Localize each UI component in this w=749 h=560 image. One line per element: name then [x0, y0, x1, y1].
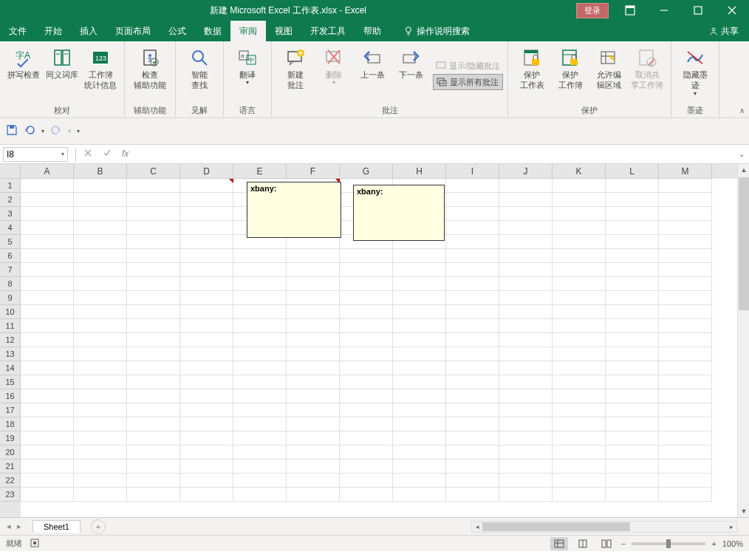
fx-icon[interactable]: fx	[122, 148, 129, 160]
cell[interactable]	[659, 277, 712, 291]
cell[interactable]	[659, 488, 712, 502]
tab-first-icon[interactable]: ◂	[4, 522, 13, 531]
cell[interactable]	[553, 319, 606, 333]
cell[interactable]	[499, 347, 553, 361]
show-hide-comment-button[interactable]: 显示/隐藏批注	[433, 58, 503, 74]
cell[interactable]	[74, 235, 127, 249]
cell[interactable]	[21, 249, 74, 263]
cell[interactable]	[553, 305, 606, 319]
macro-record-icon[interactable]	[30, 538, 40, 550]
cell[interactable]	[606, 193, 659, 207]
cell[interactable]	[659, 445, 712, 460]
hide-ink-button[interactable]: 隐藏墨 迹▾	[676, 43, 714, 105]
cell[interactable]	[233, 361, 287, 375]
cell[interactable]	[340, 263, 393, 277]
cell[interactable]	[127, 305, 180, 319]
cell[interactable]	[287, 333, 340, 347]
allow-edit-ranges-button[interactable]: 允许编 辑区域	[589, 43, 628, 105]
cell[interactable]	[180, 488, 233, 502]
cell[interactable]	[606, 291, 659, 305]
cell[interactable]	[233, 375, 287, 389]
row-header[interactable]: 20	[0, 445, 21, 460]
new-comment-button[interactable]: 新建 批注	[276, 43, 315, 105]
vertical-scrollbar[interactable]: ▲ ▼	[737, 164, 749, 517]
cell[interactable]	[553, 221, 606, 235]
cell[interactable]	[127, 193, 180, 207]
cell[interactable]	[287, 474, 340, 488]
column-header[interactable]: E	[233, 164, 287, 179]
cell[interactable]	[499, 221, 553, 235]
row-header[interactable]: 5	[0, 235, 21, 249]
select-all-corner[interactable]	[0, 164, 21, 179]
cell[interactable]	[553, 277, 606, 291]
cell[interactable]	[446, 249, 499, 263]
tab-data[interactable]: 数据	[195, 21, 230, 41]
close-icon[interactable]	[715, 0, 749, 21]
cell[interactable]	[606, 319, 659, 333]
cell[interactable]	[606, 221, 659, 235]
cell[interactable]	[499, 445, 553, 460]
row-header[interactable]: 13	[0, 347, 21, 361]
cell[interactable]	[553, 488, 606, 502]
cell[interactable]	[127, 417, 180, 431]
cell[interactable]	[127, 445, 180, 460]
cell[interactable]	[393, 333, 446, 347]
cell[interactable]	[74, 375, 127, 389]
cell[interactable]	[393, 417, 446, 431]
cell[interactable]	[127, 403, 180, 417]
cell[interactable]	[127, 277, 180, 291]
cell[interactable]	[606, 375, 659, 389]
cell[interactable]	[446, 460, 499, 474]
cell[interactable]	[180, 361, 233, 375]
cell[interactable]	[74, 207, 127, 221]
cell[interactable]	[659, 431, 712, 445]
cell[interactable]	[21, 389, 74, 403]
column-header[interactable]: I	[446, 164, 499, 179]
cell[interactable]	[21, 417, 74, 431]
cell[interactable]	[21, 193, 74, 207]
cell[interactable]	[127, 460, 180, 474]
cell[interactable]	[659, 389, 712, 403]
cell[interactable]	[606, 179, 659, 193]
cell[interactable]	[340, 305, 393, 319]
cell[interactable]	[21, 375, 74, 389]
column-header[interactable]: D	[180, 164, 233, 179]
tab-file[interactable]: 文件	[0, 21, 35, 41]
column-header[interactable]: M	[659, 164, 712, 179]
cell[interactable]	[287, 488, 340, 502]
cell[interactable]	[446, 333, 499, 347]
cell[interactable]	[393, 347, 446, 361]
cell[interactable]	[446, 389, 499, 403]
cell[interactable]	[606, 431, 659, 445]
tab-developer[interactable]: 开发工具	[301, 21, 355, 41]
cell[interactable]	[21, 460, 74, 474]
cell[interactable]	[180, 474, 233, 488]
cell[interactable]	[340, 347, 393, 361]
row-header[interactable]: 6	[0, 249, 21, 263]
cell[interactable]	[446, 193, 499, 207]
cell[interactable]	[553, 474, 606, 488]
cell[interactable]	[74, 445, 127, 460]
cell[interactable]	[127, 333, 180, 347]
column-header[interactable]: L	[606, 164, 659, 179]
cell[interactable]	[606, 305, 659, 319]
cell[interactable]	[21, 305, 74, 319]
cell[interactable]	[659, 235, 712, 249]
cell[interactable]	[446, 235, 499, 249]
name-box[interactable]: I8▾	[3, 147, 68, 162]
cell[interactable]	[659, 333, 712, 347]
cell[interactable]	[180, 207, 233, 221]
cell[interactable]	[553, 460, 606, 474]
cell[interactable]	[606, 249, 659, 263]
cell[interactable]	[659, 305, 712, 319]
cell[interactable]	[446, 361, 499, 375]
cell[interactable]	[659, 375, 712, 389]
qat-customize-dropdown[interactable]: ▾	[77, 128, 80, 134]
cell[interactable]	[659, 221, 712, 235]
normal-view-button[interactable]	[550, 537, 568, 550]
cell[interactable]	[74, 305, 127, 319]
cell[interactable]	[446, 431, 499, 445]
tell-me-search[interactable]: 操作说明搜索	[394, 21, 479, 41]
workbook-stats-button[interactable]: 123工作簿 统计信息	[81, 43, 120, 105]
collapse-ribbon-icon[interactable]: ∧	[739, 106, 745, 115]
